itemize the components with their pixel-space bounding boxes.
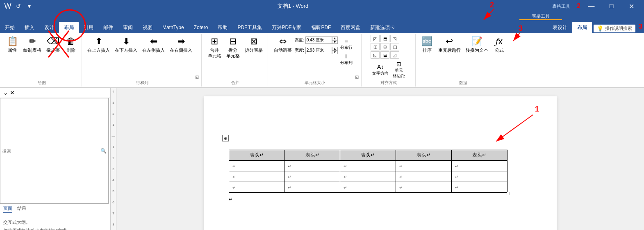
cellsize-expand-icon[interactable]: ⬕: [355, 75, 359, 79]
tab-foxpdf[interactable]: 福昕PDF: [306, 22, 336, 33]
cell-2-3[interactable]: ↵: [340, 171, 396, 182]
maximize-button[interactable]: □: [602, 0, 621, 12]
align-top-left-button[interactable]: ◸: [371, 35, 380, 42]
width-down-button[interactable]: ▼: [332, 50, 338, 54]
table-header-cell-1[interactable]: 表头↵: [229, 150, 284, 161]
panel-close-button[interactable]: ✕: [10, 89, 15, 96]
align-bottom-center-button[interactable]: ⬓: [380, 51, 389, 59]
tab-mathtype[interactable]: MathType: [157, 22, 189, 33]
cell-2-2[interactable]: ↵: [284, 171, 340, 182]
sort-button[interactable]: 🔤 排序: [419, 35, 435, 55]
ruler-mark: |40: [569, 88, 584, 88]
insert-right-button[interactable]: ➡ 在右侧插入: [168, 35, 194, 55]
align-middle-right-button[interactable]: ◫: [390, 43, 399, 50]
repeat-header-button[interactable]: ↩ 重复标题行: [436, 35, 463, 55]
tab-table-design[interactable]: 表设计: [548, 22, 572, 33]
height-input[interactable]: [305, 36, 332, 44]
width-up-button[interactable]: ▲: [332, 47, 338, 50]
cell-2-4[interactable]: ↵: [396, 171, 451, 182]
group-merge: ⊞ 合并单元格 ⊟ 拆分单元格 ⊠ 拆分表格 合并: [203, 34, 268, 87]
cell-3-2[interactable]: ↵: [284, 182, 340, 193]
group-rows: ⬆ 在上方插入 ⬇ 在下方插入 ⬅ 在左侧插入 ➡ 在右侧插入 ⬕ 行和列: [83, 34, 202, 87]
document-table[interactable]: 表头↵ 表头↵ 表头↵ 表头↵ 表头↵ ↵ ↵ ↵ ↵: [229, 150, 507, 193]
cell-2-1[interactable]: ↵: [229, 171, 284, 182]
tab-help[interactable]: 帮助: [213, 22, 232, 33]
ruler-mark: |4: [264, 88, 275, 88]
draw-table-button[interactable]: ✏ 绘制表格: [21, 35, 43, 55]
split-table-button[interactable]: ⊠ 拆分表格: [243, 35, 265, 55]
group-draw: 📋 属性 ✏ 绘制表格 ⌫ 橡皮擦 🗑 删除 绘图: [2, 34, 82, 87]
cell-1-1[interactable]: ↵: [229, 161, 284, 171]
tab-pdf-tools[interactable]: PDF工具集: [232, 22, 267, 33]
align-top-center-button[interactable]: ⬒: [380, 35, 389, 42]
convert-to-text-button[interactable]: 📝 转换为文本: [464, 35, 490, 55]
tab-layout[interactable]: 布局: [59, 22, 79, 33]
panel-tab-page[interactable]: 页面: [3, 205, 12, 213]
height-up-button[interactable]: ▲: [332, 36, 338, 40]
doc-page[interactable]: ⊕ 表头↵ 表头↵ 表头↵ 表头↵ 表头↵ ↵ ↵: [204, 96, 557, 230]
tab-zotero[interactable]: Zotero: [189, 22, 213, 33]
insert-left-button[interactable]: ⬅ 在左侧插入: [140, 35, 167, 55]
properties-button[interactable]: 📋 属性: [4, 35, 20, 55]
cell-3-5[interactable]: ↵: [451, 182, 507, 193]
align-top-right-button[interactable]: ◹: [390, 35, 399, 42]
cell-1-3[interactable]: ↵: [340, 161, 396, 171]
cell-margin-button[interactable]: ⊡ 单元格边距: [391, 59, 407, 79]
cell-1-5[interactable]: ↵: [451, 161, 507, 171]
vruler-mark: 4: [112, 90, 114, 93]
search-input[interactable]: [2, 148, 100, 153]
search-area[interactable]: 💡 操作说明搜索: [594, 25, 635, 32]
tab-table-layout[interactable]: 布局: [572, 22, 592, 33]
eraser-button[interactable]: ⌫ 橡皮擦: [44, 35, 62, 55]
cell-2-5[interactable]: ↵: [451, 171, 507, 182]
text-direction-button[interactable]: A↕ 文字方向: [371, 59, 390, 79]
table-header-cell-4[interactable]: 表头↵: [396, 150, 451, 161]
insert-above-button[interactable]: ⬆ 在上方插入: [85, 35, 112, 55]
align-middle-center-button[interactable]: ⊞: [380, 43, 389, 50]
distribute-cols-button[interactable]: ⦀ 分布列: [339, 52, 354, 66]
minimize-button[interactable]: —: [582, 0, 601, 12]
height-down-button[interactable]: ▼: [332, 40, 338, 44]
tab-mailings[interactable]: 邮件: [98, 22, 118, 33]
split-cells-button[interactable]: ⊟ 拆分单元格: [224, 35, 242, 60]
ruler-mark: |38: [554, 88, 569, 88]
tab-references[interactable]: 引用: [79, 22, 98, 33]
undo-button[interactable]: ↺: [14, 2, 23, 11]
search-box[interactable]: 🔍: [0, 98, 109, 204]
search-icon[interactable]: 🔍: [100, 148, 107, 154]
autofit-button[interactable]: ⇔ 自动调整: [271, 35, 294, 55]
table-header-cell-2[interactable]: 表头↵: [284, 150, 340, 161]
tab-wanxing-pdf[interactable]: 万兴PDF专家: [267, 22, 306, 33]
table-header-cell-5[interactable]: 表头↵: [451, 150, 507, 161]
cell-3-1[interactable]: ↵: [229, 182, 284, 193]
align-bottom-left-button[interactable]: ◺: [371, 51, 380, 59]
cell-3-4[interactable]: ↵: [396, 182, 451, 193]
delete-button[interactable]: 🗑 删除: [63, 35, 79, 55]
table-resize-handle[interactable]: [507, 192, 510, 195]
tab-home[interactable]: 开始: [0, 22, 20, 33]
cell-1-4[interactable]: ↵: [396, 161, 451, 171]
tab-design[interactable]: 设计: [39, 22, 59, 33]
distribute-rows-button[interactable]: ≡ 分布行: [339, 36, 354, 51]
rows-expand-icon[interactable]: ⬕: [195, 75, 199, 79]
tab-view[interactable]: 视图: [138, 22, 157, 33]
close-button[interactable]: ✕: [622, 0, 641, 12]
panel-tab-results[interactable]: 结果: [17, 205, 26, 213]
align-bottom-right-button[interactable]: ◿: [390, 51, 399, 59]
cell-1-2[interactable]: ↵: [284, 161, 340, 171]
align-middle-left-button[interactable]: ◫: [371, 43, 380, 50]
distribute-buttons: ≡ 分布行 ⦀ 分布列: [339, 35, 354, 66]
tab-review[interactable]: 审阅: [118, 22, 138, 33]
formula-button[interactable]: 𝑓x 公式: [491, 35, 507, 55]
tab-baidu-disk[interactable]: 百度网盘: [336, 22, 365, 33]
insert-below-button[interactable]: ⬇ 在下方插入: [113, 35, 139, 55]
qat-dropdown-button[interactable]: ▾: [25, 2, 34, 11]
table-header-cell-3[interactable]: 表头↵: [340, 150, 396, 161]
panel-collapse-button[interactable]: ⌄: [3, 89, 8, 96]
tab-new-tab[interactable]: 新建选项卡: [365, 22, 400, 33]
table-move-handle[interactable]: ⊕: [222, 135, 229, 141]
width-input[interactable]: [305, 47, 332, 54]
cell-3-3[interactable]: ↵: [340, 182, 396, 193]
merge-cells-button[interactable]: ⊞ 合并单元格: [206, 35, 223, 60]
tab-insert[interactable]: 插入: [20, 22, 39, 33]
